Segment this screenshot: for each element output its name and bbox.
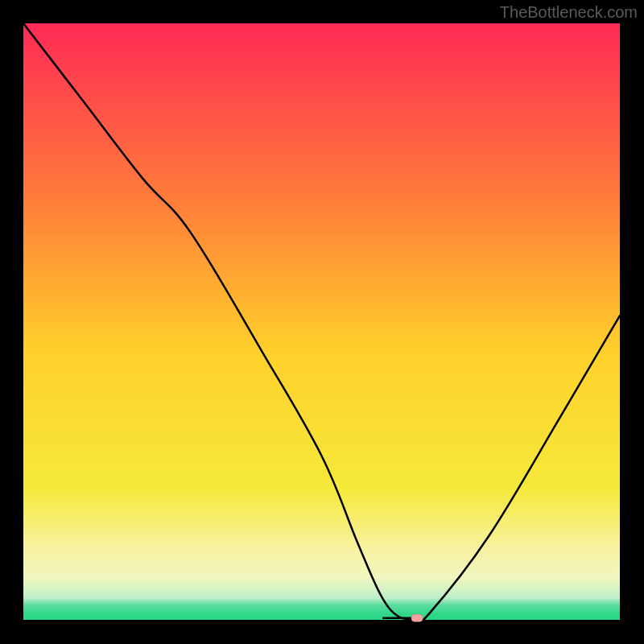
bottleneck-chart: [0, 0, 644, 644]
chart-container: { "watermark": "TheBottleneck.com", "cha…: [0, 0, 644, 644]
optimal-point-marker: [411, 614, 423, 621]
watermark-text: TheBottleneck.com: [500, 3, 638, 22]
gradient-background: [23, 23, 620, 620]
